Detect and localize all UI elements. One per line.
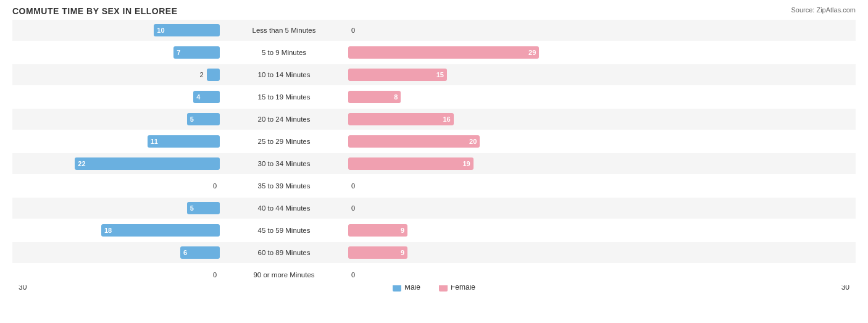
- row-label: 5 to 9 Minutes: [222, 49, 346, 56]
- female-bar: 9: [348, 224, 407, 237]
- chart-row: 415 to 19 Minutes8: [12, 86, 856, 107]
- female-value: 15: [433, 71, 447, 78]
- chart-row: 75 to 9 Minutes29: [12, 42, 856, 63]
- female-value: 29: [525, 49, 539, 56]
- row-label: 35 to 39 Minutes: [222, 182, 346, 190]
- left-bar-area: 0: [12, 182, 222, 190]
- left-bar-area: 5: [12, 113, 222, 125]
- right-bar-area: 0: [346, 182, 556, 190]
- right-bar-area: 9: [346, 224, 556, 237]
- male-value: 6: [180, 249, 190, 256]
- chart-row: 2230 to 34 Minutes19: [12, 153, 856, 174]
- male-value: 22: [75, 160, 88, 167]
- male-bar: 18: [101, 224, 220, 237]
- male-value: 7: [173, 49, 183, 56]
- female-value: 9: [398, 227, 407, 234]
- female-bar: 8: [348, 91, 401, 103]
- left-bar-area: 11: [12, 135, 222, 148]
- female-value: 16: [440, 115, 453, 123]
- male-value-zero: 0: [213, 182, 217, 190]
- male-bar: [207, 69, 220, 81]
- right-bar-area: 16: [346, 113, 556, 125]
- female-value-zero: 0: [351, 271, 355, 279]
- male-value-outside: 2: [200, 71, 204, 78]
- female-bar: 16: [348, 113, 454, 125]
- right-bar-area: 8: [346, 91, 556, 103]
- female-bar: 15: [348, 69, 447, 81]
- chart-row: 540 to 44 Minutes0: [12, 198, 856, 219]
- row-label: 20 to 24 Minutes: [222, 115, 346, 123]
- left-bar-area: 5: [12, 202, 222, 214]
- source-text: Source: ZipAtlas.com: [791, 6, 856, 14]
- row-label: 40 to 44 Minutes: [222, 204, 346, 212]
- left-bar-area: 10: [12, 24, 222, 36]
- male-bar: 5: [187, 202, 220, 214]
- chart-container: COMMUTE TIME BY SEX IN ELLOREE Source: Z…: [0, 0, 868, 323]
- female-value-zero: 0: [351, 182, 355, 190]
- right-bar-area: 20: [346, 135, 556, 148]
- male-value: 5: [187, 204, 197, 212]
- female-bar: 19: [348, 157, 474, 170]
- left-bar-area: 2: [12, 69, 222, 81]
- chart-row: 10Less than 5 Minutes0: [12, 20, 856, 41]
- chart-row: 090 or more Minutes0: [12, 264, 856, 285]
- chart-title: COMMUTE TIME BY SEX IN ELLOREE: [12, 6, 856, 16]
- chart-row: 035 to 39 Minutes0: [12, 175, 856, 196]
- chart-row: 1845 to 59 Minutes9: [12, 220, 856, 241]
- right-bar-area: 0: [346, 27, 556, 34]
- female-value: 9: [398, 249, 407, 256]
- chart-row: 520 to 24 Minutes16: [12, 109, 856, 130]
- male-bar: 10: [154, 24, 220, 36]
- right-bar-area: 29: [346, 46, 556, 59]
- female-value: 8: [391, 93, 401, 101]
- left-bar-area: 0: [12, 271, 222, 279]
- left-bar-area: 7: [12, 46, 222, 59]
- row-label: 10 to 14 Minutes: [222, 71, 346, 78]
- row-label: 25 to 29 Minutes: [222, 138, 346, 145]
- left-bar-area: 22: [12, 157, 222, 170]
- female-value: 19: [459, 160, 473, 167]
- female-value-zero: 0: [351, 27, 355, 34]
- row-label: 60 to 89 Minutes: [222, 249, 346, 256]
- row-label: Less than 5 Minutes: [222, 27, 346, 34]
- chart-row: 1125 to 29 Minutes20: [12, 131, 856, 152]
- chart-area: 10Less than 5 Minutes075 to 9 Minutes292…: [12, 20, 856, 279]
- row-label: 45 to 59 Minutes: [222, 227, 346, 234]
- left-bar-area: 6: [12, 246, 222, 259]
- male-bar: 6: [180, 246, 220, 259]
- male-bar: 11: [148, 135, 220, 148]
- male-value: 11: [148, 138, 161, 145]
- right-bar-area: 15: [346, 69, 556, 81]
- right-bar-area: 9: [346, 246, 556, 259]
- female-bar: 9: [348, 246, 407, 259]
- right-bar-area: 19: [346, 157, 556, 170]
- left-bar-area: 18: [12, 224, 222, 237]
- chart-row: 210 to 14 Minutes15: [12, 64, 856, 85]
- chart-row: 660 to 89 Minutes9: [12, 242, 856, 263]
- left-bar-area: 4: [12, 91, 222, 103]
- male-bar: 7: [173, 46, 220, 59]
- right-bar-area: 0: [346, 271, 556, 279]
- female-value-zero: 0: [351, 204, 355, 212]
- row-label: 90 or more Minutes: [222, 271, 346, 279]
- male-value: 4: [193, 93, 203, 101]
- male-bar: 5: [187, 113, 220, 125]
- male-value: 10: [154, 27, 167, 34]
- row-label: 15 to 19 Minutes: [222, 93, 346, 101]
- male-value: 18: [101, 227, 115, 234]
- female-bar: 20: [348, 135, 480, 148]
- male-value-zero: 0: [213, 271, 217, 279]
- male-bar: 22: [75, 157, 220, 170]
- male-value: 5: [187, 115, 197, 123]
- female-value: 20: [466, 138, 480, 145]
- row-label: 30 to 34 Minutes: [222, 160, 346, 167]
- female-bar: 29: [348, 46, 539, 59]
- right-bar-area: 0: [346, 204, 556, 212]
- male-bar: 4: [193, 91, 220, 103]
